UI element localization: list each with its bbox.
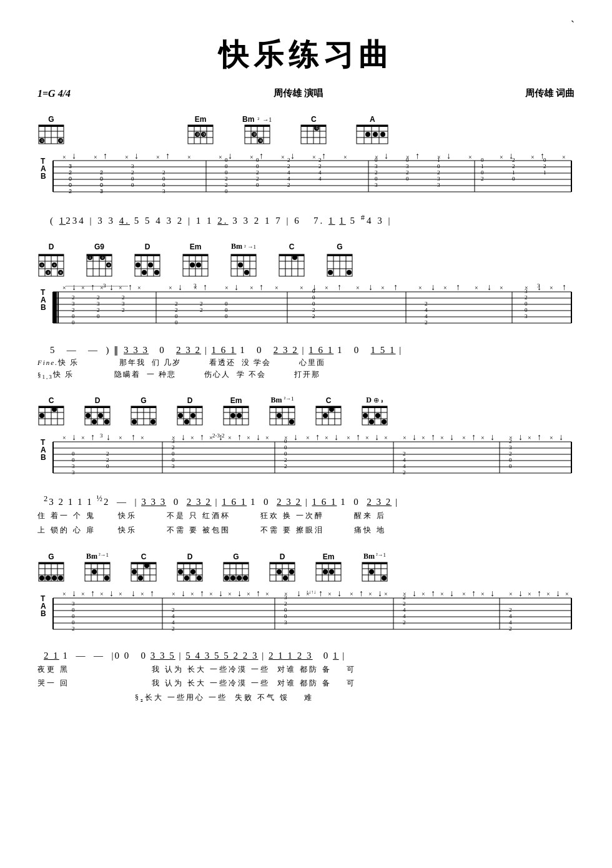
lyrics-4b: 哭一 回 我 认为 长大 一些冷漠 一些 对谁 都防 备 可 <box>37 677 575 689</box>
svg-point-398 <box>363 413 368 418</box>
svg-text:0: 0 <box>406 176 409 182</box>
svg-text:3: 3 <box>284 594 287 601</box>
svg-text:×: × <box>546 591 550 597</box>
svg-text:2: 2 <box>512 157 515 163</box>
svg-text:0: 0 <box>375 176 378 182</box>
svg-text:↓: ↓ <box>412 589 417 598</box>
svg-point-362 <box>184 419 189 424</box>
page: ` 快乐练习曲 1=G 4/4 周传雄 演唱 周传雄 词曲 G <box>0 0 612 868</box>
svg-text:↓: ↓ <box>294 432 298 442</box>
svg-text:2: 2 <box>312 307 315 313</box>
chord-Bm-4b: Bm ²→1 <box>361 552 388 584</box>
svg-text:①: ① <box>41 139 44 142</box>
svg-text:↓: ↓ <box>72 432 76 442</box>
svg-text:×: × <box>187 154 191 161</box>
svg-text:×: × <box>119 284 122 291</box>
svg-text:↑: ↑ <box>91 589 95 598</box>
svg-text:×: × <box>219 154 222 161</box>
chord-G-diagram: ① ④ <box>37 124 65 146</box>
svg-text:×: × <box>462 591 466 597</box>
svg-text:0: 0 <box>225 313 228 319</box>
lyrics-3a: 住 着一 个 鬼 快乐 不是 只 红酒杯 狂欢 换 一次醉 醒来 后 <box>37 509 575 522</box>
lyrics-2-s13: §1,3快 乐 隐瞒着 一 种悲 伤心人 学 不会 打开那 <box>37 369 325 380</box>
lyrics-row-2: Fine.快 乐 那年我 们 几岁 看透还 没 学会 心里面 §1,3快 乐 隐… <box>37 357 575 380</box>
svg-text:0: 0 <box>312 288 315 294</box>
svg-text:4: 4 <box>425 307 428 313</box>
svg-point-400 <box>375 413 380 418</box>
chord-D-3c: D ⊕ ₃ <box>361 396 388 427</box>
svg-text:×: × <box>403 434 407 441</box>
svg-text:×: × <box>119 434 122 441</box>
svg-text:4: 4 <box>318 176 322 182</box>
lyrics-2-fine: Fine.快 乐 那年我 们 几岁 看透还 没 学会 心里面 <box>37 357 325 368</box>
svg-point-519 <box>138 576 143 581</box>
svg-text:2: 2 <box>425 319 428 326</box>
svg-text:×: × <box>528 434 531 441</box>
svg-text:2: 2 <box>406 169 409 176</box>
svg-text:2: 2 <box>97 307 100 313</box>
chord-D-3: D <box>84 396 111 427</box>
svg-text:↓: ↓ <box>134 151 139 161</box>
svg-text:0: 0 <box>172 457 175 463</box>
svg-text:0: 0 <box>72 319 75 326</box>
svg-text:0: 0 <box>509 463 512 469</box>
svg-text:↑: ↑ <box>91 432 95 442</box>
svg-rect-323 <box>53 292 56 323</box>
chord-row-1: G ① ④ Em <box>37 115 575 146</box>
tab-svg-3: T A B × ↓ × ↑ 3 ↓ <box>37 432 575 489</box>
svg-text:2: 2 <box>318 157 322 163</box>
svg-text:↑: ↑ <box>128 282 132 292</box>
svg-text:④: ④ <box>59 139 62 142</box>
svg-text:2: 2 <box>284 457 287 463</box>
svg-text:2-3-2: 2-3-2 <box>212 432 225 439</box>
svg-text:0: 0 <box>284 438 287 444</box>
svg-text:×: × <box>422 591 425 597</box>
svg-text:0: 0 <box>72 457 75 463</box>
svg-point-550 <box>277 569 282 574</box>
svg-text:↑: ↑ <box>203 282 207 292</box>
svg-text:2: 2 <box>72 307 75 313</box>
singer-info: 周传雄 演唱 <box>274 87 323 99</box>
svg-text:2: 2 <box>525 294 528 301</box>
svg-text:×: × <box>94 154 97 161</box>
svg-point-51 <box>380 132 385 137</box>
svg-text:↓: ↓ <box>234 282 239 292</box>
svg-point-530 <box>190 569 195 574</box>
svg-point-352 <box>132 419 137 424</box>
tab-svg-4: T A B × ↓ × ↑ × ↓ <box>37 589 575 645</box>
svg-text:1: 1 <box>481 163 484 169</box>
svg-text:↓: ↓ <box>490 589 495 598</box>
svg-text:×: × <box>550 284 553 291</box>
svg-text:0: 0 <box>256 182 259 188</box>
svg-text:3: 3 <box>100 432 103 439</box>
chord-Bm-diagram: ② ④ <box>244 124 271 146</box>
svg-text:↓: ↓ <box>109 589 114 598</box>
svg-text:↓: ↓ <box>297 589 301 598</box>
svg-point-510 <box>104 576 109 581</box>
svg-text:2: 2 <box>256 169 259 176</box>
svg-point-372 <box>237 413 242 418</box>
tab-staff-1: T A B × × × × <box>37 151 575 210</box>
svg-text:①: ① <box>315 126 318 130</box>
svg-text:0: 0 <box>100 182 103 188</box>
svg-text:×: × <box>384 591 388 597</box>
svg-point-342 <box>92 419 97 424</box>
svg-text:2: 2 <box>287 163 290 169</box>
svg-text:↓: ↓ <box>431 282 435 292</box>
svg-text:↑: ↑ <box>200 589 204 598</box>
svg-text:2: 2 <box>403 469 406 476</box>
svg-text:↓: ↓ <box>109 282 114 292</box>
tab-staff-4: T A B × ↓ × ↑ × ↓ <box>37 589 575 647</box>
chord-C-3b: C <box>315 396 342 427</box>
svg-text:0: 0 <box>131 176 134 182</box>
svg-text:↓: ↓ <box>490 432 495 442</box>
svg-text:0: 0 <box>162 176 165 182</box>
main-title: 快乐练习曲 <box>37 35 575 75</box>
svg-point-509 <box>92 569 97 574</box>
svg-text:×: × <box>481 434 485 441</box>
svg-text:0: 0 <box>72 619 75 626</box>
svg-text:×: × <box>384 434 388 441</box>
svg-text:2: 2 <box>106 451 109 457</box>
svg-text:↑↓↑↓: ↑↓↑↓ <box>306 589 316 595</box>
svg-text:×: × <box>141 591 144 597</box>
